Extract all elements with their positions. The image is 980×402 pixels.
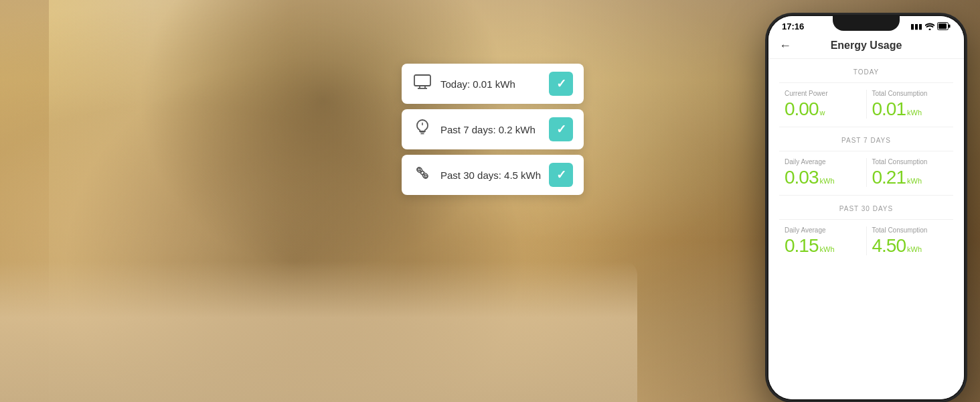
monitor-icon	[412, 74, 432, 93]
past7-daily-box: Daily Average 0.03 kWh	[779, 158, 867, 187]
today-section-label: TODAY	[779, 68, 953, 76]
past30-daily-label: Daily Average	[785, 226, 861, 234]
past30-section-label: PAST 30 DAYS	[779, 205, 953, 212]
past7-total-label: Total Consumption	[872, 158, 949, 165]
card-7days[interactable]: Past 7 days: 0.2 kWh ✓	[402, 109, 584, 149]
past30-total-label: Total Consumption	[872, 226, 949, 234]
card-today[interactable]: Today: 0.01 kWh ✓	[402, 64, 584, 104]
today-total-label: Total Consumption	[872, 90, 949, 97]
phone-screen[interactable]: 17:16 ▮▮▮	[768, 16, 964, 399]
current-power-box: Current Power 0.00 w	[779, 90, 867, 119]
phone-container: 17:16 ▮▮▮	[766, 13, 967, 402]
divider-2	[779, 195, 953, 196]
floating-cards-container: Today: 0.01 kWh ✓ Past 7 days: 0.2 kWh ✓	[402, 64, 584, 195]
card-7days-text: Past 7 days: 0.2 kWh	[440, 124, 541, 135]
back-button[interactable]: ←	[779, 39, 791, 53]
past30-total-box: Total Consumption 4.50 kWh	[867, 226, 954, 255]
past30-total-unit: kWh	[907, 245, 922, 253]
past7-daily-value: 0.03	[785, 168, 819, 187]
today-total-value: 0.01	[872, 100, 906, 119]
card-30days-text: Past 30 days: 4.5 kWh	[440, 170, 541, 181]
card-7days-check: ✓	[549, 117, 573, 141]
past7-section-label: PAST 7 DAYS	[779, 137, 953, 144]
past30-daily-unit: kWh	[820, 245, 835, 253]
svg-rect-10	[938, 23, 947, 29]
battery-icon	[937, 22, 951, 31]
past7-total-value-row: 0.21 kWh	[872, 168, 949, 187]
today-total-box: Total Consumption 0.01 kWh	[867, 90, 954, 119]
bulb-icon	[412, 119, 432, 140]
past30-stats-row: Daily Average 0.15 kWh Total Consumption…	[779, 219, 953, 255]
past30-total-value-row: 4.50 kWh	[872, 237, 949, 255]
sofa-area	[0, 0, 588, 402]
divider-1	[779, 127, 953, 127]
past30-daily-value-row: 0.15 kWh	[785, 237, 861, 255]
today-stats-row: Current Power 0.00 w Total Consumption 0…	[779, 82, 953, 119]
current-power-value: 0.00	[785, 100, 819, 119]
signal-icon: ▮▮▮	[910, 22, 922, 31]
card-today-check: ✓	[549, 72, 573, 96]
fan-icon	[412, 164, 432, 186]
current-power-label: Current Power	[785, 90, 861, 97]
card-today-text: Today: 0.01 kWh	[440, 78, 541, 90]
past7-daily-unit: kWh	[820, 177, 835, 185]
past7-daily-value-row: 0.03 kWh	[785, 168, 861, 187]
past7-stats-row: Daily Average 0.03 kWh Total Consumption…	[779, 151, 953, 187]
phone-device: 17:16 ▮▮▮	[766, 13, 967, 402]
app-header: ← Energy Usage	[768, 34, 964, 59]
past7-total-unit: kWh	[907, 177, 922, 185]
today-total-value-row: 0.01 kWh	[872, 100, 949, 119]
today-total-unit: kWh	[907, 109, 922, 117]
app-content[interactable]: TODAY Current Power 0.00 w Total Consump…	[768, 59, 964, 399]
past30-total-value: 4.50	[872, 237, 906, 255]
past30-daily-value: 0.15	[785, 237, 819, 255]
past30-daily-box: Daily Average 0.15 kWh	[779, 226, 867, 255]
current-power-value-row: 0.00 w	[785, 100, 861, 119]
wifi-icon	[925, 22, 934, 31]
status-icons: ▮▮▮	[910, 22, 951, 31]
past7-daily-label: Daily Average	[785, 158, 861, 165]
past7-total-value: 0.21	[872, 168, 906, 187]
app-title: Energy Usage	[831, 40, 902, 52]
card-30days[interactable]: Past 30 days: 4.5 kWh ✓	[402, 155, 584, 195]
svg-rect-9	[949, 24, 951, 27]
phone-notch	[833, 16, 900, 31]
past7-total-box: Total Consumption 0.21 kWh	[867, 158, 954, 187]
card-30days-check: ✓	[549, 163, 573, 187]
svg-rect-0	[414, 75, 430, 86]
current-power-unit: w	[820, 109, 825, 117]
status-time: 17:16	[782, 21, 804, 31]
